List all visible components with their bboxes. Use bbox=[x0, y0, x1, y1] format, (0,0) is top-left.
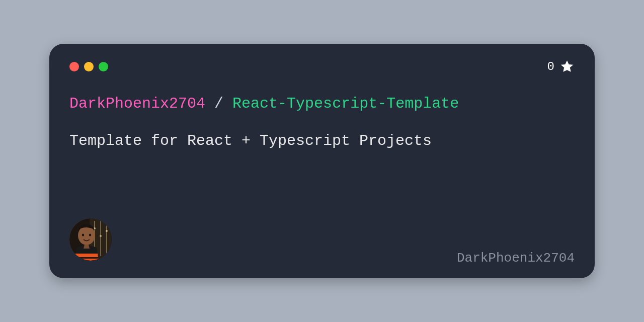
owner-name: DarkPhoenix2704 bbox=[69, 95, 205, 112]
svg-point-11 bbox=[89, 233, 91, 236]
svg-point-10 bbox=[82, 233, 84, 236]
footer-username: DarkPhoenix2704 bbox=[457, 251, 575, 266]
repo-title-line: DarkPhoenix2704 / React-Typescript-Templ… bbox=[69, 95, 575, 112]
traffic-lights bbox=[69, 62, 108, 71]
separator: / bbox=[214, 95, 223, 112]
svg-point-8 bbox=[106, 230, 108, 232]
svg-point-9 bbox=[78, 226, 95, 245]
stars-count: 0 bbox=[547, 60, 554, 73]
star-icon bbox=[559, 59, 575, 74]
repo-card: 0 DarkPhoenix2704 / React-Typescript-Tem… bbox=[49, 44, 595, 278]
maximize-dot-icon bbox=[99, 62, 108, 71]
repo-name: React-Typescript-Template bbox=[232, 95, 459, 112]
minimize-dot-icon bbox=[84, 62, 94, 71]
close-dot-icon bbox=[69, 62, 79, 71]
avatar bbox=[69, 218, 112, 261]
stars-badge: 0 bbox=[547, 59, 575, 74]
svg-point-7 bbox=[100, 235, 102, 237]
repo-description: Template for React + Typescript Projects bbox=[69, 132, 575, 149]
